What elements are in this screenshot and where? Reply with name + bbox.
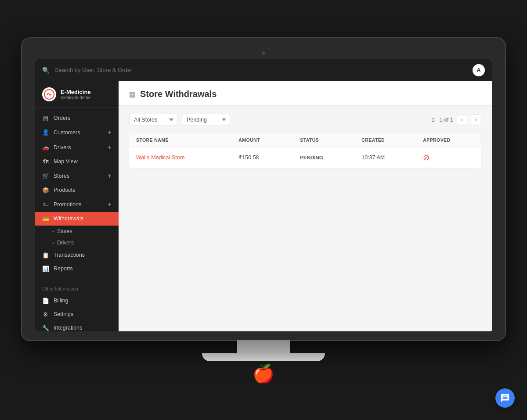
monitor-camera (262, 51, 265, 55)
status-filter[interactable]: Pending (182, 114, 230, 126)
sidebar-item-integrations[interactable]: 🔧 Integrations (35, 321, 119, 331)
sidebar-item-stores[interactable]: 🛒 Stores + (35, 169, 119, 183)
top-bar: 🔍 A (35, 59, 492, 81)
page-title: Store Withdrawals (140, 89, 217, 99)
sidebar-item-label: Drivers (54, 144, 103, 151)
page-header: ▤ Store Withdrawals (119, 81, 492, 106)
sidebar-item-transactions[interactable]: 📋 Transactions (35, 248, 119, 262)
monitor-base (202, 353, 325, 361)
sub-nav-stores[interactable]: ↳ Stores (35, 226, 119, 237)
search-input[interactable] (55, 67, 467, 73)
monitor-neck (237, 340, 290, 353)
apple-logo: 🍎 (22, 365, 505, 382)
sidebar-item-label: Integrations (54, 325, 112, 331)
sidebar-item-label: Map View (54, 158, 112, 165)
sidebar-item-products[interactable]: 📦 Products (35, 183, 119, 197)
expand-icon[interactable]: + (108, 129, 112, 136)
svg-point-2 (51, 93, 52, 95)
expand-icon[interactable]: + (108, 172, 112, 180)
svg-point-1 (47, 93, 48, 95)
sidebar-item-drivers[interactable]: 🚗 Drivers + (35, 140, 119, 155)
brand-subtitle: medicine-demo (61, 95, 91, 100)
chat-button[interactable] (495, 388, 515, 408)
sidebar-item-label: Settings (54, 311, 112, 317)
sidebar-item-promotions[interactable]: 🏷 Promotions + (35, 197, 119, 212)
sidebar-item-customers[interactable]: 👤 Customers + (35, 125, 119, 140)
col-store-name: STORE NAME (136, 137, 238, 143)
sidebar-item-label: Orders (54, 115, 112, 121)
sidebar-item-label: Reports (54, 266, 112, 272)
col-created: CREATED (361, 137, 423, 143)
other-info-label: Other Information (35, 279, 119, 294)
transactions-icon: 📋 (42, 252, 49, 258)
store-filter[interactable]: All Stores (129, 114, 177, 126)
withdrawals-icon: 💳 (42, 215, 49, 222)
user-avatar[interactable]: A (473, 64, 485, 76)
sidebar-item-withdrawals[interactable]: 💳 Withdrawals (35, 212, 119, 226)
pagination-prev[interactable]: ‹ (457, 115, 467, 125)
approved-cell: ⊘ (423, 153, 474, 162)
sidebar-item-label: Stores (54, 173, 103, 179)
brand-text: E-Medicine medicine-demo (61, 89, 91, 100)
brand-name: E-Medicine (61, 89, 91, 95)
status-cell: PENDING (300, 155, 361, 160)
drivers-icon: 🚗 (42, 144, 49, 151)
sub-arrow-icon: ↳ (51, 240, 54, 245)
stores-icon: 🛒 (42, 172, 49, 179)
sidebar-item-reports[interactable]: 📊 Reports (35, 262, 119, 276)
customers-icon: 👤 (42, 129, 49, 136)
amount-cell: ₹150.58 (238, 154, 300, 161)
sub-nav-label: Drivers (57, 240, 74, 246)
col-amount: AMOUNT (238, 137, 300, 143)
map-icon: 🗺 (42, 158, 49, 165)
table-header: STORE NAME AMOUNT STATUS CREATED APPROVE… (129, 133, 481, 147)
pagination-text: 1 - 1 of 1 (432, 117, 453, 123)
promotions-icon: 🏷 (42, 201, 49, 208)
page-title-icon: ▤ (129, 90, 136, 98)
nav-section: ▤ Orders 👤 Customers + 🚗 Drivers + (35, 108, 119, 279)
reports-icon: 📊 (42, 266, 49, 272)
main-content: ▤ Store Withdrawals All Stores Pending (119, 81, 492, 331)
content-area: All Stores Pending 1 - 1 of 1 ‹ › (119, 106, 492, 331)
sidebar-item-label: Promotions (54, 201, 103, 208)
sidebar-item-label: Products (54, 187, 112, 193)
expand-icon[interactable]: + (108, 144, 112, 151)
sidebar-item-label: Transactions (54, 252, 112, 258)
integrations-icon: 🔧 (42, 325, 49, 331)
store-name-cell[interactable]: Walia Medical Store (136, 154, 238, 161)
sub-nav-label: Stores (57, 228, 72, 234)
billing-icon: 📄 (42, 298, 49, 304)
orders-icon: ▤ (42, 115, 49, 122)
filters-bar: All Stores Pending 1 - 1 of 1 ‹ › (129, 114, 481, 126)
sidebar-item-label: Billing (54, 298, 112, 304)
sub-nav-drivers[interactable]: ↳ Drivers (35, 237, 119, 248)
col-approved: APPROVED (423, 137, 474, 143)
denied-icon: ⊘ (423, 153, 430, 162)
sidebar-item-orders[interactable]: ▤ Orders (35, 111, 119, 125)
sidebar-item-billing[interactable]: 📄 Billing (35, 294, 119, 308)
brand-logo (42, 87, 56, 101)
sidebar-item-map-view[interactable]: 🗺 Map View (35, 155, 119, 169)
brand-section: E-Medicine medicine-demo (35, 81, 119, 108)
sub-arrow-icon: ↳ (51, 229, 54, 233)
products-icon: 📦 (42, 187, 49, 194)
pagination-next[interactable]: › (471, 115, 481, 125)
created-cell: 10:37 AM (361, 154, 423, 161)
sidebar-item-label: Withdrawals (54, 215, 112, 222)
data-table: STORE NAME AMOUNT STATUS CREATED APPROVE… (129, 133, 481, 168)
col-status: STATUS (300, 137, 361, 143)
search-icon: 🔍 (42, 67, 50, 74)
sidebar: E-Medicine medicine-demo ▤ Orders 👤 Cust… (35, 81, 119, 331)
sidebar-item-settings[interactable]: ⚙ Settings (35, 308, 119, 321)
settings-icon: ⚙ (42, 311, 49, 318)
table-row: Walia Medical Store ₹150.58 PENDING 10:3… (129, 147, 481, 168)
sidebar-item-label: Customers (54, 129, 103, 136)
expand-icon[interactable]: + (108, 201, 112, 208)
pagination-info: 1 - 1 of 1 ‹ › (432, 115, 481, 125)
